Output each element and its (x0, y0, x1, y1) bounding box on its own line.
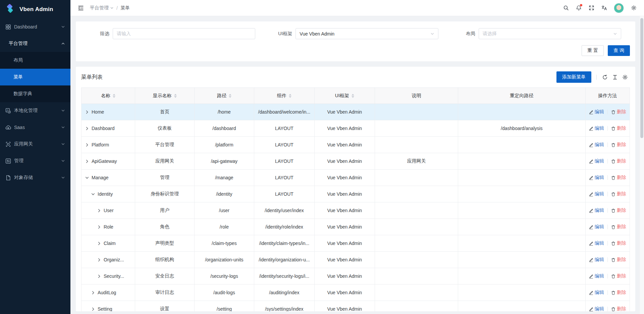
expand-row-icon[interactable] (97, 241, 101, 246)
filter-input-0[interactable]: 请输入 (113, 28, 255, 39)
sidebar-item-menu[interactable]: 菜单 (0, 69, 70, 85)
fullscreen-icon[interactable] (586, 2, 597, 14)
search-icon[interactable] (560, 2, 572, 14)
sort-carets-icon[interactable] (229, 94, 231, 98)
storage-icon (5, 175, 11, 181)
edit-button[interactable]: 编辑 (589, 191, 604, 197)
edit-button[interactable]: 编辑 (589, 109, 604, 115)
delete-button[interactable]: 删除 (611, 125, 626, 131)
table-row[interactable]: Setting设置/setting/sys/settings/indexVue … (82, 301, 630, 312)
table-row[interactable]: Platform平台管理/platformLAYOUTVue Vben Admi… (82, 137, 630, 153)
table-row[interactable]: Organiz...组织机构/organization-units/identi… (82, 252, 630, 268)
edit-button[interactable]: 编辑 (589, 306, 604, 311)
edit-button[interactable]: 编辑 (589, 257, 604, 263)
edit-button[interactable]: 编辑 (589, 175, 604, 181)
delete-button[interactable]: 删除 (611, 142, 626, 148)
breadcrumb-parent[interactable]: 平台管理 (90, 5, 114, 11)
sidebar-item-label: 应用网关 (14, 141, 61, 147)
delete-button[interactable]: 删除 (611, 109, 626, 115)
column-header-0[interactable]: 名称 (82, 88, 135, 104)
chevron-down-icon (110, 6, 114, 10)
app-logo[interactable]: Vben Admin (0, 0, 70, 18)
breadcrumb-current: 菜单 (120, 5, 130, 11)
translate-icon[interactable] (598, 2, 610, 14)
reset-button[interactable]: 重 置 (582, 45, 604, 56)
sort-carets-icon[interactable] (174, 94, 177, 98)
sort-carets-icon[interactable] (113, 94, 115, 98)
refresh-icon[interactable] (600, 72, 610, 82)
sidebar-item-dict[interactable]: 数据字典 (0, 85, 70, 102)
delete-button[interactable]: 删除 (611, 240, 626, 246)
collapse-row-icon[interactable] (91, 192, 95, 196)
table-row[interactable]: ApiGateway应用网关/api-gatewayLAYOUTVue Vben… (82, 153, 630, 170)
expand-row-icon[interactable] (97, 274, 101, 278)
collapse-sidebar-icon[interactable] (76, 3, 86, 13)
delete-button[interactable]: 删除 (611, 306, 626, 311)
column-header-1[interactable]: 显示名称 (135, 88, 195, 104)
table-row[interactable]: Dashboard仪表板/dashboardLAYOUTVue Vben Adm… (82, 120, 630, 137)
table-row[interactable]: AuditLog审计日志/audit-logs/auditing/indexVu… (82, 285, 630, 301)
delete-button[interactable]: 删除 (611, 273, 626, 279)
sort-carets-icon[interactable] (289, 94, 291, 98)
edit-button[interactable]: 编辑 (589, 273, 604, 279)
notification-bell-icon[interactable] (573, 2, 584, 14)
edit-button[interactable]: 编辑 (589, 142, 604, 148)
expand-row-icon[interactable] (97, 208, 101, 213)
expand-row-icon[interactable] (85, 126, 89, 131)
sidebar-item-gateway[interactable]: 应用网关 (0, 136, 70, 152)
delete-trash-icon (611, 126, 615, 131)
expand-row-icon[interactable] (91, 307, 95, 311)
table-row[interactable]: Manage管理/manageLAYOUTVue Vben Admin编辑删除 (82, 170, 630, 186)
table-row[interactable]: Security...安全日志/security-logs/identity/s… (82, 268, 630, 285)
scrollbar-thumb[interactable] (640, 18, 643, 138)
sidebar-item-layout[interactable]: 布局 (0, 52, 70, 69)
table-row[interactable]: User用户/user/identity/user/indexVue Vben … (82, 202, 630, 219)
filter-select-2[interactable]: 请选择 (479, 28, 621, 39)
vertical-scrollbar[interactable] (639, 16, 644, 314)
table-row[interactable]: Identity身份标识管理/identityLAYOUTVue Vben Ad… (82, 186, 630, 202)
cell-ui-framework: Vue Vben Admin (314, 219, 375, 235)
add-menu-button[interactable]: 添加新菜单 (556, 71, 591, 83)
column-header-4[interactable]: UI框架 (314, 88, 375, 104)
sidebar-item-manage[interactable]: 管理 (0, 152, 70, 169)
edit-button[interactable]: 编辑 (589, 207, 604, 213)
edit-button[interactable]: 编辑 (589, 158, 604, 164)
settings-gear-icon[interactable] (628, 2, 639, 14)
table-row[interactable]: Home首页/home/dashboard/welcome/in...Vue V… (82, 104, 630, 120)
sort-carets-icon[interactable] (352, 94, 354, 98)
sidebar-item-dashboard[interactable]: Dashboard (0, 18, 70, 35)
sidebar-item-saas[interactable]: Saas (0, 119, 70, 136)
expand-row-icon[interactable] (85, 143, 89, 147)
column-settings-gear-icon[interactable] (620, 72, 630, 82)
delete-button[interactable]: 删除 (611, 207, 626, 213)
expand-row-icon[interactable] (85, 159, 89, 164)
collapse-row-icon[interactable] (85, 176, 89, 180)
sidebar-item-storage[interactable]: 对象存储 (0, 169, 70, 186)
user-avatar[interactable] (614, 3, 624, 13)
query-button[interactable]: 查 询 (608, 45, 630, 56)
table-row[interactable]: Role角色/role/identity/role/indexVue Vben … (82, 219, 630, 235)
edit-button[interactable]: 编辑 (589, 240, 604, 246)
expand-row-icon[interactable] (97, 258, 101, 262)
cell-ui-framework: Vue Vben Admin (314, 252, 375, 268)
filter-select-1[interactable]: Vue Vben Admin (296, 28, 438, 39)
delete-button[interactable]: 删除 (611, 257, 626, 263)
sidebar-item-platform[interactable]: 平台管理 (0, 35, 70, 52)
edit-button[interactable]: 编辑 (589, 224, 604, 230)
edit-button[interactable]: 编辑 (589, 125, 604, 131)
delete-button[interactable]: 删除 (611, 175, 626, 181)
column-header-2[interactable]: 路径 (194, 88, 254, 104)
edit-button[interactable]: 编辑 (589, 290, 604, 296)
expand-row-icon[interactable] (91, 291, 95, 295)
delete-button[interactable]: 删除 (611, 158, 626, 164)
table-row[interactable]: Claim声明类型/claim-types/identity/claim-typ… (82, 235, 630, 252)
column-header-3[interactable]: 组件 (254, 88, 315, 104)
expand-row-icon[interactable] (97, 225, 101, 229)
expand-row-icon[interactable] (85, 110, 89, 114)
field-placeholder: 请输入 (117, 31, 131, 37)
delete-button[interactable]: 删除 (611, 191, 626, 197)
delete-button[interactable]: 删除 (611, 224, 626, 230)
delete-button[interactable]: 删除 (611, 290, 626, 296)
row-height-icon[interactable] (610, 72, 620, 82)
sidebar-item-locale[interactable]: A本地化管理 (0, 102, 70, 119)
